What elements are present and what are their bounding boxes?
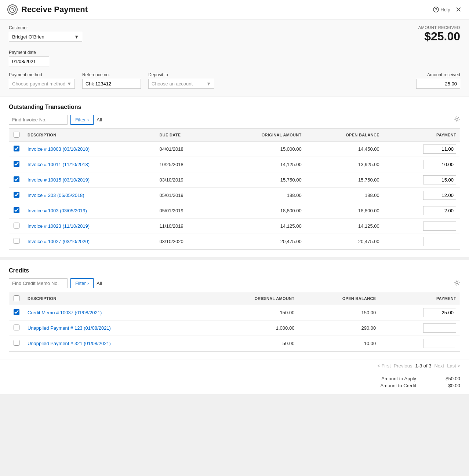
page-title: Receive Payment xyxy=(21,5,88,14)
chevron-down-icon-pm: ▼ xyxy=(67,81,72,87)
outstanding-row-payment-input-0[interactable] xyxy=(423,144,456,154)
outstanding-row-payment-input-5[interactable] xyxy=(423,221,456,231)
outstanding-row-checkbox-2[interactable] xyxy=(14,176,19,182)
amount-received-field-label: Amount received xyxy=(427,72,460,77)
outstanding-row-checkbox-5[interactable] xyxy=(14,223,19,228)
credits-section: Credits Filter › All xyxy=(0,260,469,359)
table-row: Invoice # 1003 (03/05/2019) 05/01/2019 1… xyxy=(9,203,460,219)
outstanding-all-link[interactable]: All xyxy=(97,117,102,122)
credits-row-link-0[interactable]: Credit Memo # 10037 (01/08/2021) xyxy=(28,310,102,315)
credits-row-link-1[interactable]: Unapplied Payment # 123 (01/08/2021) xyxy=(28,325,111,331)
outstanding-row-link-6[interactable]: Invoice # 10027 (03/10/2020) xyxy=(28,239,90,244)
outstanding-table: DESCRIPTION DUE DATE ORIGINAL AMOUNT OPE… xyxy=(9,129,460,249)
payment-method-select[interactable]: Choose payment method ▼ xyxy=(9,79,75,89)
outstanding-row-description-0: Invoice # 10003 (03/10/2018) xyxy=(24,142,156,157)
credits-row-checkbox-0[interactable] xyxy=(14,309,19,315)
amount-to-credit-value: $0.00 xyxy=(431,383,460,388)
outstanding-row-payment-input-2[interactable] xyxy=(423,175,456,184)
outstanding-row-link-2[interactable]: Invoice # 10015 (03/10/2019) xyxy=(28,177,90,183)
credits-row-payment-input-1[interactable] xyxy=(423,323,456,333)
top-row: Customer Bridget O'Brien ▼ AMOUNT RECEIV… xyxy=(9,25,460,43)
credits-row-link-2[interactable]: Unapplied Payment # 321 (01/08/2021) xyxy=(28,341,111,346)
credits-filter-button[interactable]: Filter › xyxy=(70,278,94,288)
table-row: Invoice # 10003 (03/10/2018) 04/01/2018 … xyxy=(9,142,460,157)
amount-received-field: Amount received xyxy=(416,72,460,89)
credits-table: DESCRIPTION ORIGINAL AMOUNT OPEN BALANCE… xyxy=(9,292,460,351)
next-page-link[interactable]: Next xyxy=(434,363,444,369)
outstanding-select-all-checkbox[interactable] xyxy=(14,132,19,138)
outstanding-open-balance-header: OPEN BALANCE xyxy=(305,129,383,142)
pagination-row: < First Previous 1-3 of 3 Next Last > xyxy=(0,359,469,372)
credits-row-payment-cell-1 xyxy=(379,321,460,336)
credits-settings-icon[interactable] xyxy=(454,279,460,287)
help-icon: ? xyxy=(433,7,439,12)
credits-payment-header: PAYMENT xyxy=(379,292,460,305)
amount-received-block: AMOUNT RECEIVED $25.00 xyxy=(418,25,460,43)
outstanding-filter-button[interactable]: Filter › xyxy=(70,115,94,125)
credits-row-checkbox-2[interactable] xyxy=(14,340,19,346)
outstanding-row-link-1[interactable]: Invoice # 10011 (11/10/2018) xyxy=(28,162,90,167)
amount-to-credit-row: Amount to Credit $0.00 xyxy=(380,383,460,388)
outstanding-row-link-5[interactable]: Invoice # 10023 (11/10/2019) xyxy=(28,223,90,229)
credits-row-payment-input-2[interactable] xyxy=(423,339,456,348)
deposit-to-select[interactable]: Choose an account ▼ xyxy=(148,79,214,89)
outstanding-row-payment-input-4[interactable] xyxy=(423,206,456,215)
credits-original-amount-header: ORIGINAL AMOUNT xyxy=(204,292,298,305)
amount-received-display: $25.00 xyxy=(418,30,460,43)
prev-page-link[interactable]: Previous xyxy=(394,363,412,369)
last-page-link[interactable]: Last > xyxy=(447,363,460,369)
outstanding-row-checkbox-3[interactable] xyxy=(14,192,19,198)
outstanding-row-link-3[interactable]: Invoice # 203 (06/05/2018) xyxy=(28,193,84,198)
outstanding-row-original-amount-3: 188.00 xyxy=(215,188,305,203)
outstanding-row-payment-cell-2 xyxy=(383,172,460,188)
outstanding-row-original-amount-6: 20,475.00 xyxy=(215,234,305,249)
credits-row-description-2: Unapplied Payment # 321 (01/08/2021) xyxy=(24,336,204,351)
outstanding-row-checkbox-1[interactable] xyxy=(14,161,19,167)
svg-point-3 xyxy=(456,118,458,120)
filter-arrow-icon: › xyxy=(87,117,89,122)
credits-all-link[interactable]: All xyxy=(97,281,102,286)
payment-date-input[interactable] xyxy=(9,56,49,66)
credit-memo-search-input[interactable] xyxy=(9,278,68,288)
reference-no-field: Reference no. xyxy=(82,72,141,89)
customer-select[interactable]: Bridget O'Brien ▼ xyxy=(9,32,82,42)
outstanding-row-description-1: Invoice # 10011 (11/10/2018) xyxy=(24,157,156,172)
amount-to-apply-value: $50.00 xyxy=(431,376,460,381)
outstanding-row-due-date-0: 04/01/2018 xyxy=(156,142,215,157)
credits-row-payment-cell-0 xyxy=(379,305,460,321)
reference-no-input[interactable] xyxy=(82,79,141,89)
invoice-search-input[interactable] xyxy=(9,115,68,125)
outstanding-row-payment-input-6[interactable] xyxy=(423,237,456,246)
credits-row-open-balance-1: 290.00 xyxy=(298,321,379,336)
credits-select-all-checkbox[interactable] xyxy=(14,295,19,301)
outstanding-row-due-date-5: 11/10/2019 xyxy=(156,219,215,234)
table-row: Invoice # 10011 (11/10/2018) 10/25/2018 … xyxy=(9,157,460,172)
help-link[interactable]: ? Help xyxy=(433,7,450,12)
credits-filter-row: Filter › All xyxy=(9,278,460,288)
payment-method-label: Payment method xyxy=(9,72,75,77)
outstanding-settings-icon[interactable] xyxy=(454,116,460,124)
credits-row-payment-cell-2 xyxy=(379,336,460,351)
outstanding-row-due-date-6: 03/10/2020 xyxy=(156,234,215,249)
section-separator xyxy=(0,257,469,260)
outstanding-row-payment-cell-5 xyxy=(383,219,460,234)
amount-received-label: AMOUNT RECEIVED xyxy=(418,25,460,30)
outstanding-row-payment-input-3[interactable] xyxy=(423,191,456,200)
outstanding-row-checkbox-6[interactable] xyxy=(14,238,19,244)
amount-received-input[interactable] xyxy=(416,79,460,89)
outstanding-row-checkbox-0[interactable] xyxy=(14,146,19,151)
close-button[interactable]: ✕ xyxy=(455,5,462,14)
deposit-to-field: Deposit to Choose an account ▼ xyxy=(148,72,214,89)
outstanding-desc-header: DESCRIPTION xyxy=(24,129,156,142)
first-page-link[interactable]: < First xyxy=(377,363,390,369)
credits-row-payment-input-0[interactable] xyxy=(423,308,456,317)
outstanding-row-payment-input-1[interactable] xyxy=(423,160,456,169)
outstanding-row-link-4[interactable]: Invoice # 1003 (03/05/2019) xyxy=(28,208,87,213)
table-row: Credit Memo # 10037 (01/08/2021) 150.00 … xyxy=(9,305,460,321)
outstanding-row-link-0[interactable]: Invoice # 10003 (03/10/2018) xyxy=(28,146,90,152)
credits-row-original-amount-1: 1,000.00 xyxy=(204,321,298,336)
outstanding-row-checkbox-4[interactable] xyxy=(14,207,19,213)
credits-row-checkbox-1[interactable] xyxy=(14,325,19,330)
outstanding-row-description-3: Invoice # 203 (06/05/2018) xyxy=(24,188,156,203)
outstanding-row-description-2: Invoice # 10015 (03/10/2019) xyxy=(24,172,156,188)
